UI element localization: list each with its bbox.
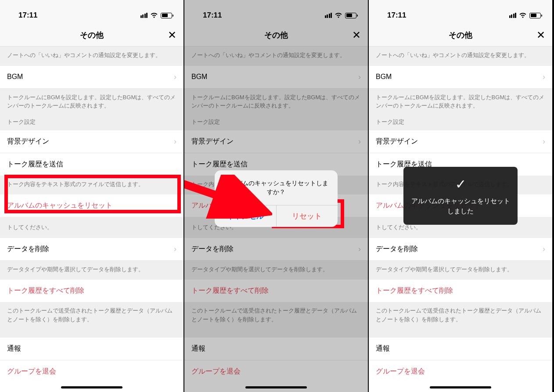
status-bar: 17:11	[0, 0, 183, 24]
send-history-row[interactable]: トーク履歴を送信	[0, 153, 183, 176]
delete-all-history-label: トーク履歴をすべて削除	[7, 286, 84, 295]
chevron-right-icon: ›	[358, 137, 361, 146]
leave-group-row[interactable]: グループを退会	[369, 360, 552, 383]
delete-data-row[interactable]: データを削除›	[0, 238, 183, 261]
wifi-icon	[150, 12, 158, 18]
bgm-label: BGM	[7, 73, 23, 81]
nav-bar: その他 ✕	[0, 24, 183, 47]
bgm-desc: トークルームにBGMを設定します。設定したBGMは、すべてのメンバーのトークルー…	[184, 89, 368, 116]
status-bar: 17:11	[184, 0, 368, 24]
bgm-row[interactable]: BGM›	[184, 66, 368, 89]
battery-icon	[161, 13, 172, 18]
leave-group-row[interactable]: グループを退会	[184, 360, 368, 383]
delete-all-history-desc: このトークルームで送受信されたトーク履歴とデータ（アルバムとノートを除く）を削除…	[0, 302, 183, 330]
check-icon: ✓	[410, 176, 511, 192]
chevron-right-icon: ›	[174, 72, 176, 82]
delete-data-row[interactable]: データを削除›	[369, 238, 552, 261]
leave-group-label: グループを退会	[7, 367, 56, 376]
bgm-desc: トークルームにBGMを設定します。設定したBGMは、すべてのメンバーのトークルー…	[0, 89, 183, 116]
report-row[interactable]: 通報	[369, 338, 552, 360]
reset-cache-desc: トしてください。	[0, 217, 183, 238]
delete-data-desc: データタイプや期間を選択してデータを削除します。	[369, 261, 552, 280]
notes-desc: ノートへの「いいね」やコメントの通知設定を変更します。	[0, 47, 183, 66]
talk-settings-label: トーク設定	[369, 116, 552, 130]
talk-settings-label: トーク設定	[184, 116, 368, 130]
reset-cache-row[interactable]: アルバムのキャッシュをリセット	[0, 194, 183, 217]
chevron-right-icon: ›	[543, 72, 545, 82]
bgm-row[interactable]: BGM›	[0, 66, 183, 89]
delete-all-history-desc: このトークルームで送受信されたトーク履歴とデータ（アルバムとノートを除く）を削除…	[184, 302, 368, 330]
settings-list: ノートへの「いいね」やコメントの通知設定を変更します。 BGM› トークルームに…	[0, 47, 183, 392]
phone-screen-1: 17:11 その他 ✕ ノートへの「いいね」やコメントの通知設定を変更します。 …	[0, 0, 183, 392]
leave-group-row[interactable]: グループを退会	[0, 360, 183, 383]
nav-title: その他	[449, 30, 472, 40]
status-time: 17:11	[18, 11, 37, 20]
bg-design-label: 背景デザイン	[7, 137, 49, 146]
battery-icon	[529, 13, 541, 18]
report-row[interactable]: 通報	[0, 338, 183, 360]
reset-cache-label: アルバムのキャッシュをリセット	[7, 201, 112, 210]
alert-message: アルバムのキャッシュをリセットしますか？	[215, 170, 338, 205]
delete-all-history-row[interactable]: トーク履歴をすべて削除	[0, 280, 183, 302]
wifi-icon	[335, 12, 342, 18]
nav-bar: その他 ✕	[184, 24, 368, 47]
battery-icon	[345, 13, 356, 18]
success-toast: ✓ アルバムのキャッシュをリセットしました	[403, 167, 518, 225]
alert-cancel-button[interactable]: キャンセル	[215, 205, 277, 227]
home-indicator[interactable]	[430, 386, 491, 388]
notes-desc: ノートへの「いいね」やコメントの通知設定を変更します。	[184, 47, 368, 66]
close-icon[interactable]: ✕	[168, 29, 176, 41]
alert-confirm-button[interactable]: リセット	[277, 205, 338, 227]
bg-design-row[interactable]: 背景デザイン›	[0, 130, 183, 153]
status-time: 17:11	[203, 11, 222, 20]
bg-design-row[interactable]: 背景デザイン›	[184, 130, 368, 153]
cellular-icon	[509, 13, 517, 18]
chevron-right-icon: ›	[543, 137, 545, 146]
phone-screen-2: 17:11 その他 ✕ ノートへの「いいね」やコメントの通知設定を変更します。 …	[184, 0, 368, 392]
cellular-icon	[325, 13, 332, 18]
delete-data-row[interactable]: データを削除›	[184, 238, 368, 261]
chevron-right-icon: ›	[358, 245, 361, 254]
chevron-right-icon: ›	[358, 72, 361, 82]
nav-title: その他	[264, 30, 288, 40]
bgm-row[interactable]: BGM›	[369, 66, 552, 89]
alert-buttons: キャンセル リセット	[215, 205, 338, 227]
send-history-desc: トーク内容をテキスト形式のファイルで送信します。	[0, 176, 183, 195]
wifi-icon	[519, 12, 527, 18]
chevron-right-icon: ›	[543, 245, 545, 254]
nav-title: その他	[80, 30, 104, 40]
status-right	[325, 12, 357, 18]
status-time: 17:11	[387, 11, 406, 20]
delete-data-desc: データタイプや期間を選択してデータを削除します。	[184, 261, 368, 280]
home-indicator[interactable]	[61, 386, 122, 388]
status-right	[140, 12, 173, 18]
notes-desc: ノートへの「いいね」やコメントの通知設定を変更します。	[369, 47, 552, 66]
status-bar: 17:11	[369, 0, 552, 24]
phone-screen-3: 17:11 その他 ✕ ノートへの「いいね」やコメントの通知設定を変更します。 …	[369, 0, 552, 392]
chevron-right-icon: ›	[174, 245, 176, 254]
nav-bar: その他 ✕	[369, 24, 552, 47]
cellular-icon	[140, 13, 148, 18]
toast-message: アルバムのキャッシュをリセットしました	[410, 196, 511, 216]
report-row[interactable]: 通報	[184, 338, 368, 360]
delete-all-history-desc: このトークルームで送受信されたトーク履歴とデータ（アルバムとノートを除く）を削除…	[369, 302, 552, 330]
delete-all-history-row[interactable]: トーク履歴をすべて削除	[369, 280, 552, 302]
report-label: 通報	[7, 344, 21, 353]
home-indicator[interactable]	[245, 386, 307, 388]
talk-settings-label: トーク設定	[0, 116, 183, 130]
bg-design-row[interactable]: 背景デザイン›	[369, 130, 552, 153]
chevron-right-icon: ›	[174, 137, 176, 146]
send-history-label: トーク履歴を送信	[7, 160, 63, 169]
delete-all-history-row[interactable]: トーク履歴をすべて削除	[184, 280, 368, 302]
delete-data-desc: データタイプや期間を選択してデータを削除します。	[0, 261, 183, 280]
close-icon[interactable]: ✕	[352, 29, 361, 41]
delete-data-label: データを削除	[7, 245, 49, 254]
bgm-desc: トークルームにBGMを設定します。設定したBGMは、すべてのメンバーのトークルー…	[369, 89, 552, 116]
confirm-alert: アルバムのキャッシュをリセットしますか？ キャンセル リセット	[215, 170, 338, 227]
status-right	[509, 12, 541, 18]
close-icon[interactable]: ✕	[536, 29, 545, 41]
